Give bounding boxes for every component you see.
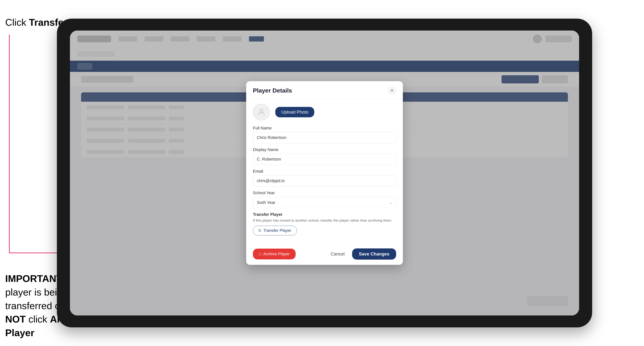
transfer-player-section: Transfer Player If this player has moved…	[253, 212, 396, 235]
email-label: Email	[253, 169, 396, 174]
transfer-player-button[interactable]: ↻ Transfer Player	[253, 226, 297, 235]
modal-title: Player Details	[253, 87, 292, 94]
full-name-input[interactable]	[253, 132, 396, 143]
tablet-screen: Player Details × Upload Photo	[70, 30, 579, 316]
archive-icon: □	[259, 252, 261, 256]
school-year-select[interactable]: Sixth Year First Year Second Year Third …	[253, 197, 396, 208]
modal-footer: □ Archive Player Cancel Save Changes	[246, 245, 403, 265]
arrow-vertical	[9, 34, 10, 253]
svg-point-0	[260, 109, 263, 112]
player-details-modal: Player Details × Upload Photo	[246, 81, 403, 265]
avatar-circle	[253, 104, 270, 121]
email-group: Email	[253, 169, 396, 186]
archive-player-button-label: Archive Player	[263, 252, 290, 256]
transfer-icon: ↻	[258, 228, 262, 233]
display-name-label: Display Name	[253, 147, 396, 152]
modal-close-button[interactable]: ×	[388, 86, 396, 95]
transfer-player-description: If this player has moved to another scho…	[253, 218, 396, 223]
modal-header: Player Details ×	[246, 81, 403, 99]
modal-overlay: Player Details × Upload Photo	[70, 30, 579, 316]
display-name-input[interactable]	[253, 154, 396, 165]
display-name-group: Display Name	[253, 147, 396, 165]
school-year-label: School Year	[253, 190, 396, 195]
cancel-button[interactable]: Cancel	[327, 248, 348, 260]
person-icon	[257, 107, 266, 117]
full-name-label: Full Name	[253, 126, 396, 131]
archive-player-button[interactable]: □ Archive Player	[253, 249, 296, 259]
full-name-group: Full Name	[253, 126, 396, 143]
avatar-row: Upload Photo	[253, 104, 396, 121]
transfer-player-button-label: Transfer Player	[263, 228, 291, 233]
email-input[interactable]	[253, 175, 396, 186]
save-changes-button[interactable]: Save Changes	[352, 248, 396, 260]
transfer-player-section-label: Transfer Player	[253, 212, 396, 217]
upload-photo-button[interactable]: Upload Photo	[275, 107, 314, 117]
tablet-frame: Player Details × Upload Photo	[57, 19, 592, 327]
modal-body: Upload Photo Full Name Display Name	[246, 99, 403, 245]
school-year-group: School Year Sixth Year First Year Second…	[253, 190, 396, 208]
school-year-select-wrapper: Sixth Year First Year Second Year Third …	[253, 197, 396, 208]
